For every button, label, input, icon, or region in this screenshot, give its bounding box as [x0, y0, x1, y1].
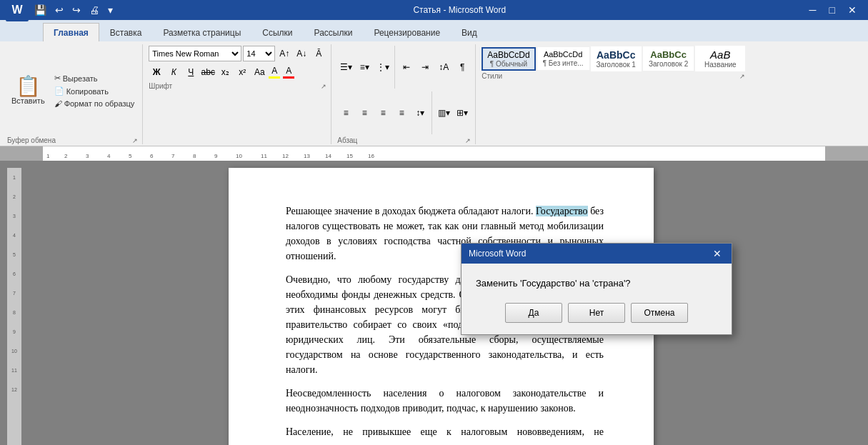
styles-expand-icon[interactable]: ↗	[739, 73, 745, 80]
paragraph-expand-icon[interactable]: ↗	[465, 137, 471, 144]
ruler-tick-10: 10	[236, 153, 242, 159]
dialog-yes-button[interactable]: Да	[505, 303, 562, 323]
copy-icon: 📄	[54, 86, 64, 96]
font-group: Times New Roman 14 A↑ A↓ Ā Ж К Ч abc x₂ …	[144, 44, 331, 144]
ruler-tick-3: 3	[86, 153, 89, 159]
multilevel-list-button[interactable]: ⋮▾	[374, 59, 391, 75]
title-bar-left: W 💾 ↩ ↪ 🖨 ▾	[6, 0, 116, 21]
tab-insert[interactable]: Вставка	[99, 23, 153, 41]
style-heading1[interactable]: AaBbCc Заголовок 1	[591, 46, 642, 71]
clipboard-group-content: 📋 Вставить ✂ Вырезать 📄 Копировать 🖌 Фор…	[7, 46, 138, 136]
underline-button[interactable]: Ч	[183, 64, 199, 80]
save-btn[interactable]: 💾	[31, 3, 49, 17]
paragraph-group-label: Абзац	[337, 136, 357, 144]
highlight-color-button[interactable]: A	[269, 66, 280, 79]
clipboard-expand-icon[interactable]: ↗	[132, 137, 138, 144]
page-wrapper: Решающее значение в доходах бюджета обла…	[21, 168, 861, 445]
style-no-spacing-label: ¶ Без инте...	[543, 59, 584, 67]
ruler-tick-15: 15	[346, 153, 353, 159]
redo-btn[interactable]: ↪	[69, 3, 84, 17]
copy-button[interactable]: 📄 Копировать	[51, 85, 139, 97]
paragraph-4: Население, не привыкшее еще к налоговым …	[286, 424, 604, 445]
maximize-btn[interactable]: □	[824, 3, 841, 17]
minimize-btn[interactable]: ─	[804, 3, 822, 17]
cut-button[interactable]: ✂ Вырезать	[51, 72, 139, 84]
dialog-message: Заменить 'Государство' на 'страна'?	[476, 278, 717, 289]
list-row: ☰▾ ≡▾ ⋮▾ ⇤ ⇥ ↕A ¶	[337, 46, 471, 89]
shading-button[interactable]: ▥▾	[435, 105, 452, 121]
clipboard-group: 📋 Вставить ✂ Вырезать 📄 Копировать 🖌 Фор…	[3, 44, 143, 144]
undo-btn[interactable]: ↩	[52, 3, 66, 17]
ruler-tick-12: 12	[282, 153, 289, 159]
style-normal[interactable]: AaBbCcDd ¶ Обычный	[482, 47, 535, 71]
close-btn[interactable]: ✕	[842, 3, 862, 17]
ruler-tick-14: 14	[325, 153, 331, 159]
ruler-main: 1 2 3 4 5 6 7 8 9 10 11 12 13 14 15 16	[43, 146, 825, 161]
paragraph-group: ☰▾ ≡▾ ⋮▾ ⇤ ⇥ ↕A ¶ ≡ ≡ ≡ ≡ ↕▾	[333, 44, 476, 144]
qat-dropdown[interactable]: ▾	[105, 3, 116, 17]
paste-icon: 📋	[16, 76, 41, 96]
font-expand-icon[interactable]: ↗	[321, 83, 326, 90]
bullets-button[interactable]: ☰▾	[337, 59, 354, 75]
dialog-cancel-button[interactable]: Отмена	[631, 303, 688, 323]
paragraph-separator-1	[394, 46, 395, 89]
change-case-button[interactable]: Аа	[251, 64, 267, 80]
ruler: 1 2 3 4 5 6 7 8 9 10 11 12 13 14 15 16	[0, 146, 868, 161]
title-bar: W 💾 ↩ ↪ 🖨 ▾ Статья - Microsoft Word ─ □ …	[0, 0, 868, 20]
dialog-close-btn[interactable]: ✕	[710, 248, 724, 259]
borders-icon: ⊞▾	[457, 108, 468, 118]
tab-references[interactable]: Ссылки	[251, 23, 303, 41]
ruler-tick-2: 2	[64, 153, 67, 159]
justify-button[interactable]: ≡	[393, 105, 410, 121]
style-normal-preview: AaBbCcDd	[487, 50, 529, 60]
show-formatting-button[interactable]: ¶	[454, 59, 471, 75]
tab-review[interactable]: Рецензирование	[363, 23, 451, 41]
bold-button[interactable]: Ж	[149, 64, 164, 80]
clear-format-btn[interactable]: Ā	[311, 46, 326, 61]
paste-button[interactable]: 📋 Вставить	[7, 75, 49, 106]
tab-home[interactable]: Главная	[43, 23, 99, 41]
style-no-spacing-preview: AaBbCcDd	[543, 50, 584, 59]
font-style-row: Ж К Ч abc x₂ x² Аа A A	[149, 64, 326, 80]
superscript-button[interactable]: x²	[234, 64, 250, 80]
print-btn[interactable]: 🖨	[86, 3, 102, 17]
dialog-no-button[interactable]: Нет	[568, 303, 625, 323]
highlight-icon: A	[271, 66, 277, 76]
style-heading2[interactable]: AaBbCc Заголовок 2	[643, 46, 694, 71]
strikethrough-button[interactable]: abc	[200, 64, 216, 80]
style-heading2-preview: AaBbCc	[649, 49, 688, 60]
clipboard-small-buttons: ✂ Вырезать 📄 Копировать 🖌 Формат по обра…	[51, 72, 139, 109]
document-area: 1 2 3 4 5 6 7 8 9 10 11 12 Решающее знач…	[0, 161, 868, 445]
decrease-font-btn[interactable]: A↓	[294, 46, 309, 61]
increase-font-btn[interactable]: A↑	[276, 46, 292, 61]
subscript-button[interactable]: x₂	[217, 64, 233, 80]
tab-page-layout[interactable]: Разметка страницы	[152, 23, 251, 41]
format-painter-button[interactable]: 🖌 Формат по образцу	[51, 98, 139, 109]
numbering-button[interactable]: ≡▾	[356, 59, 373, 75]
ruler-tick-7: 7	[171, 153, 174, 159]
align-left-button[interactable]: ≡	[337, 105, 354, 121]
style-title[interactable]: AaB Название	[695, 46, 745, 71]
font-color-button[interactable]: A	[283, 66, 294, 79]
style-heading1-label: Заголовок 1	[597, 61, 636, 69]
font-name-select[interactable]: Times New Roman	[149, 46, 241, 61]
align-center-button[interactable]: ≡	[356, 105, 373, 121]
align-right-button[interactable]: ≡	[374, 105, 391, 121]
vertical-ruler: 1 2 3 4 5 6 7 8 9 10 11 12	[7, 168, 21, 445]
paste-label: Вставить	[11, 96, 45, 105]
style-normal-label: ¶ Обычный	[487, 60, 529, 68]
ribbon: Главная Вставка Разметка страницы Ссылки…	[0, 20, 868, 146]
decrease-indent-button[interactable]: ⇤	[398, 59, 415, 75]
sort-button[interactable]: ↕A	[435, 59, 452, 75]
style-no-spacing[interactable]: AaBbCcDd ¶ Без инте...	[537, 47, 589, 70]
font-size-select[interactable]: 14	[243, 46, 275, 61]
tab-view[interactable]: Вид	[451, 23, 488, 41]
style-title-preview: AaB	[701, 49, 739, 61]
ruler-tick-4: 4	[107, 153, 110, 159]
borders-button[interactable]: ⊞▾	[454, 105, 471, 121]
line-spacing-button[interactable]: ↕▾	[411, 105, 429, 121]
italic-button[interactable]: К	[166, 64, 181, 80]
tab-mailings[interactable]: Рассылки	[304, 23, 364, 41]
style-heading1-preview: AaBbCc	[597, 49, 636, 61]
increase-indent-button[interactable]: ⇥	[416, 59, 434, 75]
